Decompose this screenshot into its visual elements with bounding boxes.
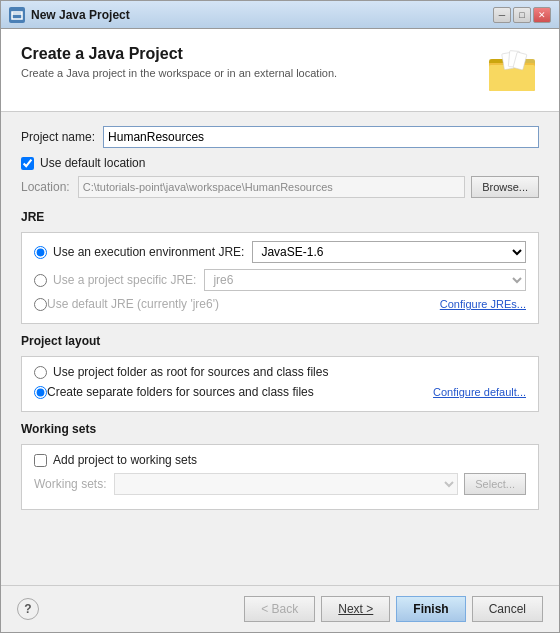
footer: ? < Back Next > Finish Cancel	[1, 585, 559, 632]
location-row: Location: Browse...	[21, 176, 539, 198]
header-subtitle: Create a Java project in the workspace o…	[21, 67, 477, 79]
window-title: New Java Project	[31, 8, 493, 22]
use-default-location-label: Use default location	[40, 156, 145, 170]
jre-option1-label: Use an execution environment JRE:	[53, 245, 244, 259]
project-layout-title: Project layout	[21, 334, 539, 348]
maximize-button[interactable]: □	[513, 7, 531, 23]
svg-rect-4	[489, 65, 535, 91]
add-to-working-sets-label: Add project to working sets	[53, 453, 197, 467]
add-to-working-sets-row: Add project to working sets	[34, 453, 526, 467]
jre-option3-row: Use default JRE (currently 'jre6') Confi…	[34, 297, 526, 311]
jre-option1-radio[interactable]	[34, 246, 47, 259]
svg-rect-0	[12, 12, 22, 19]
layout-option2-radio[interactable]	[34, 386, 47, 399]
working-sets-section: Add project to working sets Working sets…	[21, 444, 539, 510]
minimize-button[interactable]: ─	[493, 7, 511, 23]
layout-option2-row: Create separate folders for sources and …	[34, 385, 526, 399]
header-section: Create a Java Project Create a Java proj…	[1, 29, 559, 112]
layout-option1-label: Use project folder as root for sources a…	[53, 365, 328, 379]
jre-section-title: JRE	[21, 210, 539, 224]
window-icon	[9, 7, 25, 23]
main-window: New Java Project ─ □ ✕ Create a Java Pro…	[0, 0, 560, 633]
header-text: Create a Java Project Create a Java proj…	[21, 45, 477, 79]
content-area: Project name: Use default location Locat…	[1, 112, 559, 585]
configure-jres-link[interactable]: Configure JREs...	[440, 298, 526, 310]
working-sets-label: Working sets:	[34, 477, 106, 491]
jre-option2-radio[interactable]	[34, 274, 47, 287]
select-working-sets-button: Select...	[464, 473, 526, 495]
jre-option1-row: Use an execution environment JRE: JavaSE…	[34, 241, 526, 263]
location-label: Location:	[21, 180, 70, 194]
project-name-row: Project name:	[21, 126, 539, 148]
back-button[interactable]: < Back	[244, 596, 315, 622]
header-icon	[487, 45, 539, 97]
configure-default-link[interactable]: Configure default...	[433, 386, 526, 398]
title-bar-buttons: ─ □ ✕	[493, 7, 551, 23]
layout-option1-radio[interactable]	[34, 366, 47, 379]
add-to-working-sets-checkbox[interactable]	[34, 454, 47, 467]
use-default-location-checkbox[interactable]	[21, 157, 34, 170]
next-button[interactable]: Next >	[321, 596, 390, 622]
jre-option2-label: Use a project specific JRE:	[53, 273, 196, 287]
header-title: Create a Java Project	[21, 45, 477, 63]
location-input	[78, 176, 465, 198]
project-layout-section: Use project folder as root for sources a…	[21, 356, 539, 412]
layout-option1-row: Use project folder as root for sources a…	[34, 365, 526, 379]
jre-option1-select[interactable]: JavaSE-1.6	[252, 241, 526, 263]
cancel-button[interactable]: Cancel	[472, 596, 543, 622]
close-button[interactable]: ✕	[533, 7, 551, 23]
default-location-row: Use default location	[21, 156, 539, 170]
jre-option2-select: jre6	[204, 269, 526, 291]
project-name-label: Project name:	[21, 130, 95, 144]
jre-section: Use an execution environment JRE: JavaSE…	[21, 232, 539, 324]
working-sets-title: Working sets	[21, 422, 539, 436]
jre-option3-radio[interactable]	[34, 298, 47, 311]
jre-option2-row: Use a project specific JRE: jre6	[34, 269, 526, 291]
title-bar: New Java Project ─ □ ✕	[1, 1, 559, 29]
help-button[interactable]: ?	[17, 598, 39, 620]
finish-button[interactable]: Finish	[396, 596, 465, 622]
project-name-input[interactable]	[103, 126, 539, 148]
browse-button[interactable]: Browse...	[471, 176, 539, 198]
working-sets-row: Working sets: Select...	[34, 473, 526, 495]
working-sets-select	[114, 473, 458, 495]
jre-option3-label: Use default JRE (currently 'jre6')	[47, 297, 219, 311]
layout-option2-label: Create separate folders for sources and …	[47, 385, 314, 399]
